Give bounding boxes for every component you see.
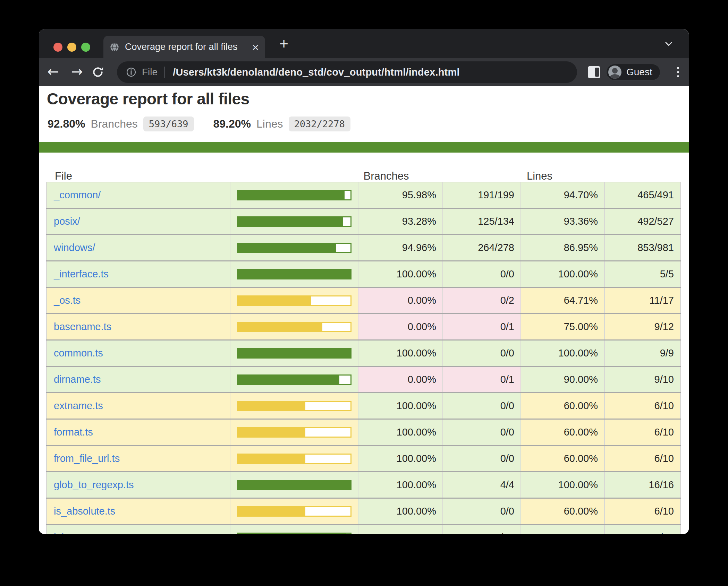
branches-label: Branches	[91, 118, 138, 130]
column-header-branches: Branches	[364, 170, 409, 182]
lines-ratio-cell: 9/12	[605, 314, 681, 339]
browser-tab[interactable]: Coverage report for all files ×	[103, 36, 265, 58]
reload-button[interactable]	[91, 65, 105, 79]
file-link[interactable]: _interface.ts	[54, 268, 109, 280]
file-link[interactable]: windows/	[54, 242, 95, 253]
table-row: glob_to_regexp.ts 100.00% 4/4 100.00% 16…	[46, 472, 681, 499]
file-link[interactable]: _common/	[54, 189, 101, 201]
back-button[interactable]: ←	[43, 58, 63, 86]
navigation-bar: ← → File /Users/kt3k/denoland/deno_std/c…	[39, 58, 689, 86]
traffic-light-close[interactable]	[53, 43, 62, 52]
branches-ratio-cell: 0/0	[443, 420, 521, 445]
browser-window: Coverage report for all files × + ← → Fi…	[39, 29, 689, 534]
table-row: _interface.ts 100.00% 0/0 100.00% 5/5	[46, 261, 681, 288]
file-link[interactable]: basename.ts	[54, 321, 111, 333]
coverage-bar	[237, 322, 352, 332]
coverage-bar	[237, 243, 352, 253]
forward-button[interactable]: →	[67, 58, 87, 86]
coverage-bar	[237, 216, 352, 227]
branches-percentage: 92.80%	[48, 118, 85, 130]
table-row: dirname.ts 0.00% 0/1 90.00% 9/10	[46, 367, 681, 393]
lines-pct-cell: 86.95%	[521, 235, 605, 260]
lines-pct-cell: 60.00%	[521, 393, 605, 419]
branches-ratio-cell: 4/4	[443, 472, 521, 498]
coverage-table: _common/ 95.98% 191/199 94.70% 465/491 p…	[46, 182, 681, 534]
traffic-light-zoom[interactable]	[81, 43, 90, 52]
branches-pct-cell: 90.00%	[358, 525, 443, 534]
branches-pct-cell: 93.28%	[358, 209, 443, 234]
lines-ratio-cell: 16/16	[605, 472, 681, 498]
lines-ratio-cell: 6/10	[605, 420, 681, 445]
coverage-bar	[237, 190, 352, 200]
globe-favicon-icon	[110, 42, 119, 52]
lines-pct-cell: 60.00%	[521, 446, 605, 471]
file-link[interactable]: glob_to_regexp.ts	[54, 479, 134, 491]
table-row: is_absolute.ts 100.00% 0/0 60.00% 6/10	[46, 499, 681, 525]
browser-menu-icon[interactable]	[671, 65, 685, 79]
branches-pct-cell: 100.00%	[358, 420, 443, 445]
lines-pct-cell: 64.71%	[521, 288, 605, 313]
file-link[interactable]: extname.ts	[54, 400, 103, 412]
branches-ratio-cell: 0/0	[443, 393, 521, 419]
profile-label: Guest	[626, 67, 652, 78]
file-link[interactable]: from_file_url.ts	[54, 453, 120, 464]
coverage-bar	[237, 295, 352, 306]
url-scheme-label: File	[142, 67, 158, 78]
lines-percentage: 89.20%	[213, 118, 251, 130]
avatar-icon	[608, 66, 621, 79]
branches-ratio-cell: 191/199	[443, 182, 521, 208]
branches-ratio-cell: 0/0	[443, 261, 521, 287]
branches-pct-cell: 0.00%	[358, 288, 443, 313]
coverage-bar	[237, 480, 352, 490]
file-link[interactable]: format.ts	[54, 426, 93, 438]
lines-ratio-cell: 6/10	[605, 446, 681, 471]
lines-ratio-cell: 11/17	[605, 288, 681, 313]
lines-pct-cell: 90.00%	[521, 367, 605, 392]
page-info-icon[interactable]	[126, 67, 136, 77]
tab-strip: Coverage report for all files × +	[39, 29, 689, 58]
file-link[interactable]: common.ts	[54, 347, 103, 359]
lines-ratio-cell: 6/10	[605, 393, 681, 419]
new-tab-button[interactable]: +	[274, 35, 294, 53]
tab-search-chevron-icon[interactable]	[664, 39, 674, 49]
lines-pct-cell: 75.00%	[521, 314, 605, 339]
file-link[interactable]: is_absolute.ts	[54, 506, 115, 517]
lines-ratio-cell: 853/981	[605, 235, 681, 260]
file-link[interactable]: posix/	[54, 216, 80, 227]
lines-fraction-badge: 2032/2278	[289, 117, 350, 131]
branches-pct-cell: 95.98%	[358, 182, 443, 208]
page-title: Coverage report for all files	[47, 89, 249, 108]
lines-pct-cell: 100.00%	[521, 472, 605, 498]
table-row: _os.ts 0.00% 0/2 64.71% 11/17	[46, 288, 681, 314]
coverage-summary: 92.80% Branches 593/639 89.20% Lines 203…	[48, 117, 350, 131]
branches-ratio-cell: 0/0	[443, 341, 521, 366]
lines-pct-cell: 60.00%	[521, 420, 605, 445]
table-row: join.ts 90.00% 9/10 96.43% 27/28	[46, 525, 681, 534]
lines-pct-cell: 94.70%	[521, 182, 605, 208]
address-bar[interactable]: File /Users/kt3k/denoland/deno_std/cov_o…	[117, 61, 577, 83]
tab-close-icon[interactable]: ×	[252, 41, 259, 53]
branches-pct-cell: 100.00%	[358, 341, 443, 366]
file-link[interactable]: _os.ts	[54, 295, 81, 306]
coverage-bar	[237, 454, 352, 464]
profile-button[interactable]: Guest	[606, 64, 660, 80]
url-text[interactable]: /Users/kt3k/denoland/deno_std/cov_output…	[173, 67, 460, 78]
lines-ratio-cell: 27/28	[605, 525, 681, 534]
lines-ratio-cell: 6/10	[605, 499, 681, 524]
column-header-file: File	[55, 170, 72, 182]
table-row: posix/ 93.28% 125/134 93.36% 492/527	[46, 209, 681, 235]
lines-pct-cell: 100.00%	[521, 261, 605, 287]
branches-pct-cell: 0.00%	[358, 367, 443, 392]
branches-ratio-cell: 264/278	[443, 235, 521, 260]
branches-pct-cell: 100.00%	[358, 472, 443, 498]
coverage-bar	[237, 348, 352, 359]
traffic-light-minimize[interactable]	[67, 43, 76, 52]
branches-ratio-cell: 0/0	[443, 446, 521, 471]
file-link[interactable]: join.ts	[54, 532, 80, 534]
lines-ratio-cell: 492/527	[605, 209, 681, 234]
lines-pct-cell: 100.00%	[521, 341, 605, 366]
file-link[interactable]: dirname.ts	[54, 374, 101, 385]
tab-title: Coverage report for all files	[125, 42, 248, 52]
side-panel-icon[interactable]	[588, 66, 600, 78]
url-divider	[164, 67, 165, 78]
